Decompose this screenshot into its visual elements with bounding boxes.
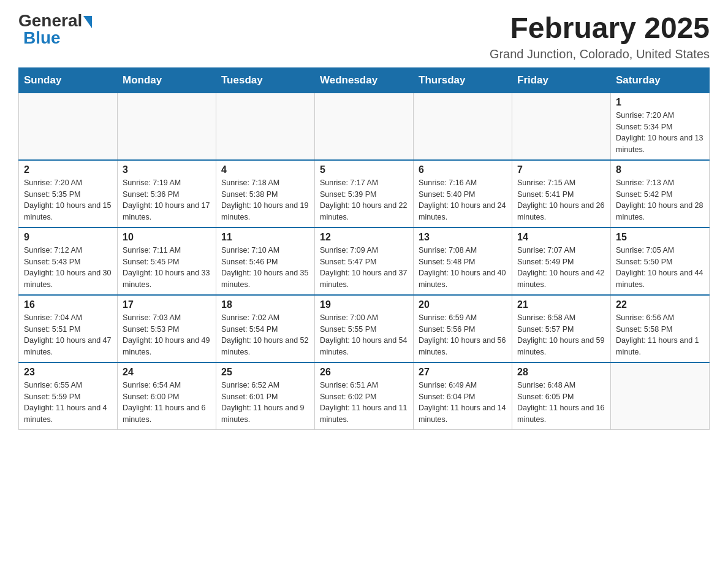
day-number: 10 <box>123 232 211 243</box>
logo-blue-text: Blue <box>23 29 61 47</box>
calendar-day-cell: 18Sunrise: 7:02 AMSunset: 5:54 PMDayligh… <box>216 295 315 362</box>
calendar-day-cell <box>611 362 710 430</box>
calendar-day-cell: 21Sunrise: 6:58 AMSunset: 5:57 PMDayligh… <box>512 295 611 362</box>
day-number: 6 <box>419 164 507 175</box>
calendar-day-cell: 12Sunrise: 7:09 AMSunset: 5:47 PMDayligh… <box>315 228 414 295</box>
calendar-day-cell: 22Sunrise: 6:56 AMSunset: 5:58 PMDayligh… <box>611 295 710 362</box>
day-info: Sunrise: 7:16 AMSunset: 5:40 PMDaylight:… <box>419 177 507 223</box>
day-info: Sunrise: 7:17 AMSunset: 5:39 PMDaylight:… <box>320 177 408 223</box>
day-info: Sunrise: 7:02 AMSunset: 5:54 PMDaylight:… <box>221 312 309 358</box>
calendar-day-cell: 17Sunrise: 7:03 AMSunset: 5:53 PMDayligh… <box>118 295 216 362</box>
day-info: Sunrise: 6:58 AMSunset: 5:57 PMDaylight:… <box>517 312 605 358</box>
day-number: 18 <box>221 299 309 310</box>
calendar-title: February 2025 <box>490 12 710 45</box>
logo: General Blue <box>18 12 92 47</box>
calendar-header-row: SundayMondayTuesdayWednesdayThursdayFrid… <box>19 67 710 93</box>
calendar-day-cell: 10Sunrise: 7:11 AMSunset: 5:45 PMDayligh… <box>118 228 216 295</box>
calendar-day-cell: 2Sunrise: 7:20 AMSunset: 5:35 PMDaylight… <box>19 160 118 228</box>
day-info: Sunrise: 7:18 AMSunset: 5:38 PMDaylight:… <box>221 177 309 223</box>
day-info: Sunrise: 7:00 AMSunset: 5:55 PMDaylight:… <box>320 312 408 358</box>
day-info: Sunrise: 7:04 AMSunset: 5:51 PMDaylight:… <box>24 312 112 358</box>
day-info: Sunrise: 6:55 AMSunset: 5:59 PMDaylight:… <box>24 380 112 426</box>
calendar-day-cell: 9Sunrise: 7:12 AMSunset: 5:43 PMDaylight… <box>19 228 118 295</box>
logo-triangle-icon <box>83 16 92 28</box>
calendar-day-cell <box>414 93 512 160</box>
day-number: 2 <box>24 164 112 175</box>
day-number: 24 <box>123 367 211 378</box>
day-info: Sunrise: 6:59 AMSunset: 5:56 PMDaylight:… <box>419 312 507 358</box>
day-header-friday: Friday <box>512 67 611 93</box>
day-number: 26 <box>320 367 408 378</box>
day-header-saturday: Saturday <box>611 67 710 93</box>
day-number: 20 <box>419 299 507 310</box>
calendar-subtitle: Grand Junction, Colorado, United States <box>490 47 710 61</box>
calendar-day-cell: 13Sunrise: 7:08 AMSunset: 5:48 PMDayligh… <box>414 228 512 295</box>
day-info: Sunrise: 6:54 AMSunset: 6:00 PMDaylight:… <box>123 380 211 426</box>
logo-general-text: General <box>18 12 82 29</box>
day-number: 8 <box>616 164 704 175</box>
day-number: 14 <box>517 232 605 243</box>
calendar-day-cell: 3Sunrise: 7:19 AMSunset: 5:36 PMDaylight… <box>118 160 216 228</box>
day-info: Sunrise: 7:07 AMSunset: 5:49 PMDaylight:… <box>517 245 605 291</box>
day-number: 1 <box>616 97 704 108</box>
day-number: 5 <box>320 164 408 175</box>
day-info: Sunrise: 7:20 AMSunset: 5:35 PMDaylight:… <box>24 177 112 223</box>
day-number: 22 <box>616 299 704 310</box>
day-number: 25 <box>221 367 309 378</box>
day-number: 17 <box>123 299 211 310</box>
calendar-day-cell: 23Sunrise: 6:55 AMSunset: 5:59 PMDayligh… <box>19 362 118 430</box>
calendar-day-cell: 16Sunrise: 7:04 AMSunset: 5:51 PMDayligh… <box>19 295 118 362</box>
day-number: 28 <box>517 367 605 378</box>
calendar-day-cell <box>19 93 118 160</box>
day-number: 7 <box>517 164 605 175</box>
calendar-week-row: 2Sunrise: 7:20 AMSunset: 5:35 PMDaylight… <box>19 160 710 228</box>
calendar-table: SundayMondayTuesdayWednesdayThursdayFrid… <box>18 67 710 430</box>
day-number: 4 <box>221 164 309 175</box>
calendar-day-cell <box>216 93 315 160</box>
calendar-day-cell: 14Sunrise: 7:07 AMSunset: 5:49 PMDayligh… <box>512 228 611 295</box>
day-number: 12 <box>320 232 408 243</box>
calendar-day-cell: 11Sunrise: 7:10 AMSunset: 5:46 PMDayligh… <box>216 228 315 295</box>
day-info: Sunrise: 7:19 AMSunset: 5:36 PMDaylight:… <box>123 177 211 223</box>
calendar-day-cell: 20Sunrise: 6:59 AMSunset: 5:56 PMDayligh… <box>414 295 512 362</box>
calendar-day-cell: 25Sunrise: 6:52 AMSunset: 6:01 PMDayligh… <box>216 362 315 430</box>
calendar-day-cell: 19Sunrise: 7:00 AMSunset: 5:55 PMDayligh… <box>315 295 414 362</box>
calendar-day-cell: 15Sunrise: 7:05 AMSunset: 5:50 PMDayligh… <box>611 228 710 295</box>
calendar-week-row: 9Sunrise: 7:12 AMSunset: 5:43 PMDaylight… <box>19 228 710 295</box>
day-info: Sunrise: 7:09 AMSunset: 5:47 PMDaylight:… <box>320 245 408 291</box>
calendar-day-cell <box>512 93 611 160</box>
calendar-week-row: 1Sunrise: 7:20 AMSunset: 5:34 PMDaylight… <box>19 93 710 160</box>
day-header-wednesday: Wednesday <box>315 67 414 93</box>
day-info: Sunrise: 6:49 AMSunset: 6:04 PMDaylight:… <box>419 380 507 426</box>
calendar-week-row: 16Sunrise: 7:04 AMSunset: 5:51 PMDayligh… <box>19 295 710 362</box>
calendar-day-cell <box>315 93 414 160</box>
day-info: Sunrise: 6:56 AMSunset: 5:58 PMDaylight:… <box>616 312 704 358</box>
page-header: General Blue February 2025 Grand Junctio… <box>18 12 710 61</box>
day-number: 19 <box>320 299 408 310</box>
day-info: Sunrise: 6:52 AMSunset: 6:01 PMDaylight:… <box>221 380 309 426</box>
calendar-day-cell: 27Sunrise: 6:49 AMSunset: 6:04 PMDayligh… <box>414 362 512 430</box>
day-header-monday: Monday <box>118 67 216 93</box>
calendar-day-cell: 4Sunrise: 7:18 AMSunset: 5:38 PMDaylight… <box>216 160 315 228</box>
day-header-thursday: Thursday <box>414 67 512 93</box>
day-info: Sunrise: 7:20 AMSunset: 5:34 PMDaylight:… <box>616 110 704 156</box>
day-number: 13 <box>419 232 507 243</box>
day-number: 16 <box>24 299 112 310</box>
day-info: Sunrise: 7:10 AMSunset: 5:46 PMDaylight:… <box>221 245 309 291</box>
day-info: Sunrise: 7:03 AMSunset: 5:53 PMDaylight:… <box>123 312 211 358</box>
day-info: Sunrise: 7:08 AMSunset: 5:48 PMDaylight:… <box>419 245 507 291</box>
calendar-day-cell <box>118 93 216 160</box>
calendar-day-cell: 24Sunrise: 6:54 AMSunset: 6:00 PMDayligh… <box>118 362 216 430</box>
day-number: 23 <box>24 367 112 378</box>
day-info: Sunrise: 7:12 AMSunset: 5:43 PMDaylight:… <box>24 245 112 291</box>
day-info: Sunrise: 6:51 AMSunset: 6:02 PMDaylight:… <box>320 380 408 426</box>
calendar-day-cell: 8Sunrise: 7:13 AMSunset: 5:42 PMDaylight… <box>611 160 710 228</box>
day-info: Sunrise: 7:15 AMSunset: 5:41 PMDaylight:… <box>517 177 605 223</box>
calendar-day-cell: 28Sunrise: 6:48 AMSunset: 6:05 PMDayligh… <box>512 362 611 430</box>
day-number: 27 <box>419 367 507 378</box>
calendar-day-cell: 1Sunrise: 7:20 AMSunset: 5:34 PMDaylight… <box>611 93 710 160</box>
calendar-day-cell: 7Sunrise: 7:15 AMSunset: 5:41 PMDaylight… <box>512 160 611 228</box>
day-info: Sunrise: 7:05 AMSunset: 5:50 PMDaylight:… <box>616 245 704 291</box>
calendar-day-cell: 6Sunrise: 7:16 AMSunset: 5:40 PMDaylight… <box>414 160 512 228</box>
day-number: 11 <box>221 232 309 243</box>
